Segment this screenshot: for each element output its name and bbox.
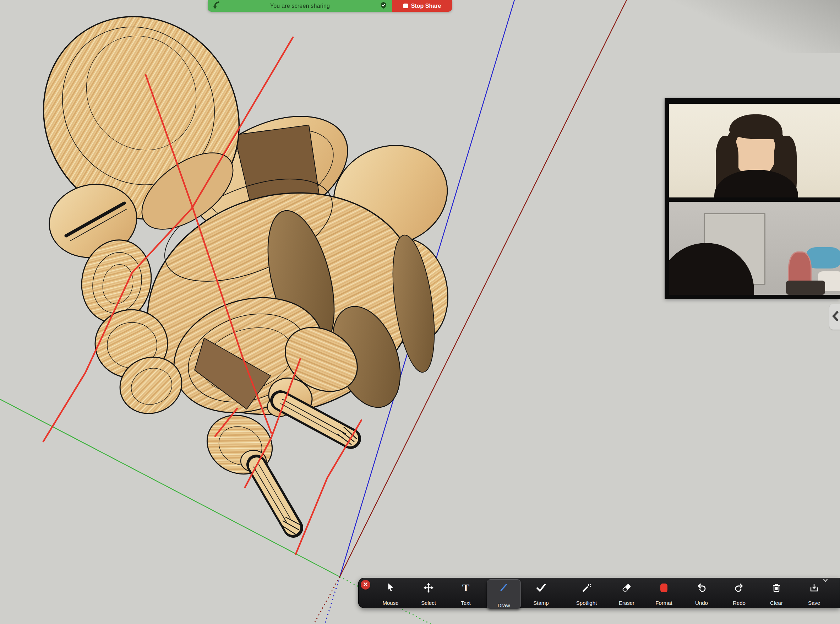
tool-label: Format: [655, 600, 672, 606]
tool-eraser[interactable]: Eraser: [610, 580, 644, 606]
tool-label: Redo: [733, 600, 746, 606]
tool-undo[interactable]: Undo: [684, 580, 718, 606]
tool-draw[interactable]: Draw: [487, 579, 521, 609]
undo-arrow-icon: [697, 582, 706, 593]
tool-spotlight[interactable]: Spotlight: [569, 580, 604, 606]
tool-mouse[interactable]: Mouse: [373, 580, 408, 606]
tool-label: Select: [421, 600, 436, 606]
tool-label: Stamp: [533, 600, 549, 606]
pen-line-icon: [499, 582, 509, 593]
move-arrows-icon: [424, 582, 433, 593]
stop-share-label: Stop Share: [411, 3, 441, 9]
share-arrow-icon: [213, 1, 220, 11]
tool-label: Undo: [695, 600, 708, 606]
tool-label: Mouse: [382, 600, 398, 606]
screen-share-message: You are screen sharing: [270, 3, 330, 9]
chevron-left-icon: [831, 310, 840, 324]
tool-save[interactable]: Save: [797, 580, 831, 606]
annotation-toolbar: Mouse Select T Text Draw Stamp Spotlight: [358, 578, 840, 608]
tool-label: Save: [808, 600, 820, 606]
eraser-icon: [622, 582, 632, 593]
shield-check-icon: [379, 1, 387, 11]
trash-icon: [772, 582, 781, 593]
chevron-down-icon[interactable]: [823, 578, 828, 584]
tool-redo[interactable]: Redo: [722, 580, 756, 606]
wooden-mannequin-model: [5, 0, 461, 534]
stop-icon: [403, 3, 408, 8]
zoom-screen-share-session: { "banner": { "message": "You are screen…: [0, 0, 840, 624]
participant-video-2[interactable]: [669, 202, 840, 295]
close-x-icon: [363, 582, 368, 588]
participant-video-1[interactable]: [669, 104, 840, 198]
cursor-arrow-icon: [386, 582, 395, 593]
participant1-hair-fringe: [729, 114, 783, 139]
screen-share-banner: You are screen sharing Stop Share: [208, 0, 452, 12]
checkmark-icon: [536, 582, 546, 593]
tool-label: Draw: [498, 602, 510, 609]
redo-arrow-icon: [734, 582, 744, 593]
screen-share-status: You are screen sharing: [208, 0, 392, 12]
tool-label: Eraser: [619, 600, 635, 606]
stop-share-button[interactable]: Stop Share: [392, 0, 452, 12]
magic-wand-icon: [581, 582, 592, 593]
tool-label: Clear: [770, 600, 783, 606]
participant2-blue-cloth: [807, 247, 840, 269]
panel-collapse-tab[interactable]: [829, 304, 840, 330]
tool-format[interactable]: Format: [647, 580, 681, 606]
tool-stamp[interactable]: Stamp: [524, 580, 558, 606]
color-swatch-icon: [659, 582, 669, 593]
video-thumbnails-panel: [664, 98, 840, 299]
letter-t-icon: T: [462, 582, 469, 593]
close-toolbar-button[interactable]: [361, 580, 370, 590]
tool-label: Spotlight: [576, 600, 597, 606]
tool-text[interactable]: T Text: [449, 580, 483, 606]
participant2-dark-shelf: [786, 281, 825, 295]
download-tray-icon: [809, 582, 819, 593]
tool-clear[interactable]: Clear: [760, 580, 794, 606]
tool-label: Text: [461, 600, 471, 606]
tool-select[interactable]: Select: [412, 580, 445, 606]
3d-viewport[interactable]: [0, 0, 840, 624]
